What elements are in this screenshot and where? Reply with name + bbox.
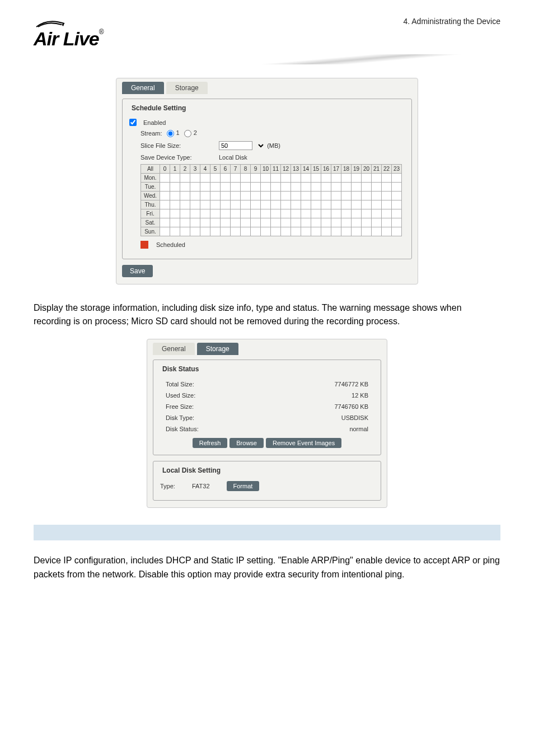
- hour-header[interactable]: 1: [170, 164, 180, 173]
- schedule-cell[interactable]: [331, 191, 341, 200]
- schedule-cell[interactable]: [200, 173, 210, 182]
- browse-button[interactable]: Browse: [229, 438, 264, 448]
- schedule-cell[interactable]: [382, 173, 392, 182]
- hour-header[interactable]: 19: [352, 164, 362, 173]
- schedule-cell[interactable]: [362, 209, 372, 218]
- schedule-cell[interactable]: [352, 191, 362, 200]
- hour-header[interactable]: 15: [311, 164, 321, 173]
- schedule-cell[interactable]: [231, 182, 241, 191]
- schedule-cell[interactable]: [281, 191, 291, 200]
- schedule-cell[interactable]: [170, 218, 180, 227]
- schedule-cell[interactable]: [190, 191, 200, 200]
- schedule-cell[interactable]: [382, 182, 392, 191]
- schedule-cell[interactable]: [160, 191, 170, 200]
- schedule-cell[interactable]: [291, 191, 301, 200]
- schedule-cell[interactable]: [221, 182, 231, 191]
- schedule-cell[interactable]: [382, 209, 392, 218]
- schedule-cell[interactable]: [321, 209, 331, 218]
- hour-header[interactable]: 6: [221, 164, 231, 173]
- stream-radio-1[interactable]: 1: [167, 129, 180, 137]
- hour-header[interactable]: 22: [382, 164, 392, 173]
- schedule-cell[interactable]: [221, 227, 231, 236]
- schedule-cell[interactable]: [301, 227, 311, 236]
- schedule-cell[interactable]: [221, 173, 231, 182]
- hour-header[interactable]: All: [141, 164, 160, 173]
- schedule-cell[interactable]: [200, 218, 210, 227]
- schedule-cell[interactable]: [261, 191, 271, 200]
- schedule-cell[interactable]: [261, 182, 271, 191]
- schedule-cell[interactable]: [291, 209, 301, 218]
- schedule-cell[interactable]: [180, 209, 190, 218]
- schedule-cell[interactable]: [321, 173, 331, 182]
- schedule-cell[interactable]: [311, 182, 321, 191]
- schedule-cell[interactable]: [271, 200, 281, 209]
- schedule-cell[interactable]: [362, 173, 372, 182]
- schedule-cell[interactable]: [392, 209, 402, 218]
- schedule-cell[interactable]: [200, 191, 210, 200]
- schedule-cell[interactable]: [271, 173, 281, 182]
- schedule-cell[interactable]: [210, 182, 221, 191]
- schedule-cell[interactable]: [341, 227, 352, 236]
- schedule-cell[interactable]: [362, 182, 372, 191]
- schedule-cell[interactable]: [281, 173, 291, 182]
- schedule-cell[interactable]: [281, 227, 291, 236]
- hour-header[interactable]: 3: [190, 164, 200, 173]
- schedule-cell[interactable]: [372, 182, 382, 191]
- schedule-cell[interactable]: [321, 227, 331, 236]
- schedule-cell[interactable]: [352, 173, 362, 182]
- schedule-cell[interactable]: [281, 218, 291, 227]
- schedule-cell[interactable]: [392, 173, 402, 182]
- schedule-cell[interactable]: [341, 191, 352, 200]
- schedule-cell[interactable]: [331, 218, 341, 227]
- hour-header[interactable]: 17: [331, 164, 341, 173]
- schedule-cell[interactable]: [190, 218, 200, 227]
- schedule-cell[interactable]: [311, 200, 321, 209]
- schedule-cell[interactable]: [231, 209, 241, 218]
- hour-header[interactable]: 21: [372, 164, 382, 173]
- schedule-cell[interactable]: [180, 182, 190, 191]
- schedule-cell[interactable]: [341, 182, 352, 191]
- schedule-cell[interactable]: [241, 191, 251, 200]
- schedule-cell[interactable]: [210, 173, 221, 182]
- hour-header[interactable]: 14: [301, 164, 311, 173]
- hour-header[interactable]: 5: [210, 164, 221, 173]
- schedule-cell[interactable]: [231, 227, 241, 236]
- schedule-cell[interactable]: [352, 218, 362, 227]
- schedule-cell[interactable]: [362, 227, 372, 236]
- schedule-cell[interactable]: [372, 218, 382, 227]
- schedule-cell[interactable]: [301, 182, 311, 191]
- schedule-cell[interactable]: [251, 182, 261, 191]
- hour-header[interactable]: 23: [392, 164, 402, 173]
- slice-size-input[interactable]: [219, 141, 252, 150]
- schedule-cell[interactable]: [241, 227, 251, 236]
- schedule-cell[interactable]: [362, 191, 372, 200]
- schedule-cell[interactable]: [251, 227, 261, 236]
- schedule-cell[interactable]: [291, 218, 301, 227]
- schedule-cell[interactable]: [231, 191, 241, 200]
- schedule-cell[interactable]: [281, 182, 291, 191]
- schedule-cell[interactable]: [180, 191, 190, 200]
- schedule-cell[interactable]: [210, 191, 221, 200]
- schedule-cell[interactable]: [221, 209, 231, 218]
- schedule-cell[interactable]: [291, 200, 301, 209]
- schedule-cell[interactable]: [221, 191, 231, 200]
- schedule-cell[interactable]: [170, 173, 180, 182]
- hour-header[interactable]: 18: [341, 164, 352, 173]
- schedule-cell[interactable]: [382, 227, 392, 236]
- schedule-cell[interactable]: [372, 173, 382, 182]
- schedule-cell[interactable]: [261, 218, 271, 227]
- schedule-cell[interactable]: [170, 200, 180, 209]
- schedule-cell[interactable]: [251, 209, 261, 218]
- schedule-cell[interactable]: [160, 200, 170, 209]
- schedule-cell[interactable]: [160, 218, 170, 227]
- schedule-cell[interactable]: [241, 218, 251, 227]
- schedule-cell[interactable]: [301, 209, 311, 218]
- schedule-cell[interactable]: [210, 200, 221, 209]
- schedule-cell[interactable]: [271, 227, 281, 236]
- tab-general[interactable]: General: [122, 82, 164, 94]
- hour-header[interactable]: 0: [160, 164, 170, 173]
- schedule-cell[interactable]: [261, 200, 271, 209]
- schedule-cell[interactable]: [392, 182, 402, 191]
- day-label[interactable]: Thu.: [141, 200, 160, 209]
- schedule-cell[interactable]: [352, 182, 362, 191]
